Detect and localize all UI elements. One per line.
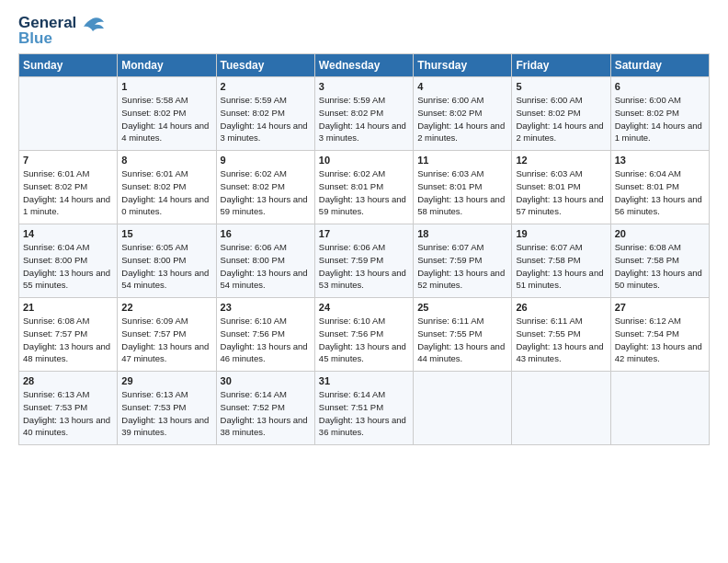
cell-w5-d1: 28Sunrise: 6:13 AMSunset: 7:53 PMDayligh… xyxy=(19,372,118,445)
day-number: 4 xyxy=(417,81,507,92)
day-number: 21 xyxy=(23,302,113,313)
cell-w2-d2: 8Sunrise: 6:01 AMSunset: 8:02 PMDaylight… xyxy=(118,151,216,224)
day-number: 16 xyxy=(221,228,311,239)
sunrise: Sunrise: 6:11 AM xyxy=(516,316,582,326)
day-info: Sunrise: 6:03 AMSunset: 8:01 PMDaylight:… xyxy=(417,167,507,218)
day-info: Sunrise: 6:06 AMSunset: 7:59 PMDaylight:… xyxy=(319,241,409,292)
day-number: 22 xyxy=(121,302,211,313)
daylight: Daylight: 13 hours and 36 minutes. xyxy=(319,415,406,438)
daylight: Daylight: 13 hours and 46 minutes. xyxy=(221,341,308,364)
sunrise: Sunrise: 5:58 AM xyxy=(121,95,188,105)
daylight: Daylight: 13 hours and 56 minutes. xyxy=(615,194,702,217)
sunset: Sunset: 7:52 PM xyxy=(221,402,285,412)
daylight: Daylight: 14 hours and 4 minutes. xyxy=(121,121,209,144)
col-header-sunday: Sunday xyxy=(19,54,118,77)
cell-w3-d7: 20Sunrise: 6:08 AMSunset: 7:58 PMDayligh… xyxy=(610,224,709,298)
sunrise: Sunrise: 6:02 AM xyxy=(221,168,287,178)
sunset: Sunset: 8:02 PM xyxy=(516,108,580,118)
cell-w3-d4: 17Sunrise: 6:06 AMSunset: 7:59 PMDayligh… xyxy=(314,224,413,298)
sunset: Sunset: 7:57 PM xyxy=(121,328,186,339)
sunset: Sunset: 7:55 PM xyxy=(516,328,580,339)
sunrise: Sunrise: 6:00 AM xyxy=(516,95,582,105)
day-info: Sunrise: 5:59 AMSunset: 8:02 PMDaylight:… xyxy=(221,94,311,144)
cell-w4-d1: 21Sunrise: 6:08 AMSunset: 7:57 PMDayligh… xyxy=(19,298,118,372)
sunrise: Sunrise: 6:03 AM xyxy=(516,168,582,178)
col-header-thursday: Thursday xyxy=(414,54,512,77)
cell-w5-d6 xyxy=(512,372,610,445)
week-row-2: 7Sunrise: 6:01 AMSunset: 8:02 PMDaylight… xyxy=(19,151,710,224)
daylight: Daylight: 13 hours and 40 minutes. xyxy=(23,415,110,438)
sunset: Sunset: 8:02 PM xyxy=(23,181,87,191)
col-header-wednesday: Wednesday xyxy=(314,54,413,77)
sunset: Sunset: 8:02 PM xyxy=(121,108,186,118)
day-number: 27 xyxy=(615,302,705,313)
day-info: Sunrise: 6:12 AMSunset: 7:54 PMDaylight:… xyxy=(615,315,705,365)
daylight: Daylight: 13 hours and 54 minutes. xyxy=(121,268,209,291)
day-info: Sunrise: 6:10 AMSunset: 7:56 PMDaylight:… xyxy=(319,315,409,365)
cell-w5-d4: 31Sunrise: 6:14 AMSunset: 7:51 PMDayligh… xyxy=(314,372,413,445)
sunset: Sunset: 8:02 PM xyxy=(319,108,383,118)
day-info: Sunrise: 6:08 AMSunset: 7:57 PMDaylight:… xyxy=(23,315,113,365)
week-row-1: 1Sunrise: 5:58 AMSunset: 8:02 PMDaylight… xyxy=(19,77,710,151)
calendar-table: SundayMondayTuesdayWednesdayThursdayFrid… xyxy=(18,53,710,445)
cell-w1-d3: 2Sunrise: 5:59 AMSunset: 8:02 PMDaylight… xyxy=(216,77,314,151)
daylight: Daylight: 13 hours and 38 minutes. xyxy=(221,415,308,438)
sunrise: Sunrise: 6:05 AM xyxy=(121,242,188,252)
day-info: Sunrise: 6:00 AMSunset: 8:02 PMDaylight:… xyxy=(615,94,705,144)
day-number: 29 xyxy=(121,375,211,386)
sunrise: Sunrise: 6:02 AM xyxy=(319,168,385,178)
sunset: Sunset: 8:01 PM xyxy=(516,181,580,191)
cell-w5-d3: 30Sunrise: 6:14 AMSunset: 7:52 PMDayligh… xyxy=(216,372,314,445)
daylight: Daylight: 13 hours and 55 minutes. xyxy=(23,268,110,291)
daylight: Daylight: 13 hours and 47 minutes. xyxy=(121,341,209,364)
daylight: Daylight: 13 hours and 58 minutes. xyxy=(417,194,505,217)
day-number: 24 xyxy=(319,302,409,313)
sunrise: Sunrise: 6:08 AM xyxy=(615,242,681,252)
sunset: Sunset: 7:56 PM xyxy=(319,328,383,339)
cell-w3-d5: 18Sunrise: 6:07 AMSunset: 7:59 PMDayligh… xyxy=(414,224,512,298)
daylight: Daylight: 13 hours and 54 minutes. xyxy=(221,268,308,291)
logo-blue: Blue xyxy=(18,30,76,46)
sunrise: Sunrise: 6:08 AM xyxy=(23,316,89,326)
sunrise: Sunrise: 6:14 AM xyxy=(319,389,385,399)
day-info: Sunrise: 6:02 AMSunset: 8:02 PMDaylight:… xyxy=(221,167,311,218)
sunrise: Sunrise: 6:12 AM xyxy=(615,316,681,326)
sunset: Sunset: 7:58 PM xyxy=(516,255,580,265)
day-info: Sunrise: 6:07 AMSunset: 7:59 PMDaylight:… xyxy=(417,241,507,292)
day-number: 18 xyxy=(417,228,507,239)
page: General Blue SundayMondayTuesdayWednesda… xyxy=(0,0,728,563)
day-number: 11 xyxy=(417,155,507,166)
cell-w5-d5 xyxy=(414,372,512,445)
sunset: Sunset: 8:02 PM xyxy=(417,108,482,118)
cell-w2-d6: 12Sunrise: 6:03 AMSunset: 8:01 PMDayligh… xyxy=(512,151,610,224)
day-info: Sunrise: 6:01 AMSunset: 8:02 PMDaylight:… xyxy=(23,167,113,218)
sunrise: Sunrise: 6:07 AM xyxy=(516,242,582,252)
cell-w1-d2: 1Sunrise: 5:58 AMSunset: 8:02 PMDaylight… xyxy=(118,77,216,151)
cell-w5-d2: 29Sunrise: 6:13 AMSunset: 7:53 PMDayligh… xyxy=(118,372,216,445)
sunrise: Sunrise: 6:14 AM xyxy=(221,389,287,399)
daylight: Daylight: 14 hours and 0 minutes. xyxy=(121,194,209,217)
day-number: 8 xyxy=(121,155,211,166)
cell-w3-d3: 16Sunrise: 6:06 AMSunset: 8:00 PMDayligh… xyxy=(216,224,314,298)
sunset: Sunset: 7:59 PM xyxy=(417,255,482,265)
day-number: 23 xyxy=(221,302,311,313)
daylight: Daylight: 13 hours and 50 minutes. xyxy=(615,268,702,291)
day-info: Sunrise: 6:01 AMSunset: 8:02 PMDaylight:… xyxy=(121,167,211,218)
sunset: Sunset: 7:56 PM xyxy=(221,328,285,339)
daylight: Daylight: 14 hours and 2 minutes. xyxy=(417,121,505,144)
day-info: Sunrise: 6:11 AMSunset: 7:55 PMDaylight:… xyxy=(516,315,606,365)
sunset: Sunset: 7:57 PM xyxy=(23,328,87,339)
daylight: Daylight: 13 hours and 48 minutes. xyxy=(23,341,110,364)
day-number: 9 xyxy=(221,155,311,166)
day-info: Sunrise: 6:10 AMSunset: 7:56 PMDaylight:… xyxy=(221,315,311,365)
day-number: 5 xyxy=(516,81,606,92)
daylight: Daylight: 13 hours and 45 minutes. xyxy=(319,341,406,364)
day-number: 25 xyxy=(417,302,507,313)
sunrise: Sunrise: 6:06 AM xyxy=(319,242,385,252)
sunrise: Sunrise: 5:59 AM xyxy=(319,95,385,105)
sunset: Sunset: 7:54 PM xyxy=(615,328,679,339)
day-number: 17 xyxy=(319,228,409,239)
day-info: Sunrise: 6:02 AMSunset: 8:01 PMDaylight:… xyxy=(319,167,409,218)
day-info: Sunrise: 6:11 AMSunset: 7:55 PMDaylight:… xyxy=(417,315,507,365)
daylight: Daylight: 13 hours and 42 minutes. xyxy=(615,341,702,364)
